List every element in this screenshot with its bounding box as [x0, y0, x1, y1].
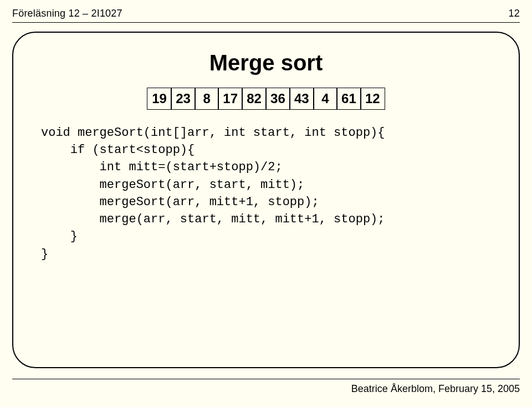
code-line: void mergeSort(int[]arr, int start, int …	[41, 126, 385, 140]
header-page-number: 12	[509, 8, 520, 19]
header-left: Föreläsning 12 – 2I1027	[12, 8, 122, 19]
slide-footer: Beatrice Åkerblom, February 15, 2005	[351, 383, 520, 395]
code-line: }	[41, 247, 48, 261]
header-rule	[12, 22, 520, 23]
code-line: mergeSort(arr, start, mitt);	[41, 178, 304, 192]
slide-frame: Merge sort 19 23 8 17 82 36 43 4 61 12 v…	[12, 32, 520, 368]
array-cell: 8	[195, 88, 219, 110]
code-line: mergeSort(arr, mitt+1, stopp);	[41, 195, 319, 209]
slide-page: Föreläsning 12 – 2I1027 12 Merge sort 19…	[0, 0, 532, 407]
array-cell: 43	[289, 88, 314, 110]
code-line: }	[41, 230, 78, 243]
array-cell: 17	[218, 88, 243, 110]
array-cell: 23	[171, 88, 196, 110]
array-diagram: 19 23 8 17 82 36 43 4 61 12	[41, 88, 491, 110]
footer-rule	[12, 379, 520, 379]
array-cell: 12	[360, 88, 385, 110]
code-line: int mitt=(start+stopp)/2;	[41, 160, 283, 174]
array-cell: 82	[242, 88, 267, 110]
array-cells: 19 23 8 17 82 36 43 4 61 12	[147, 88, 385, 110]
code-block: void mergeSort(int[]arr, int start, int …	[41, 124, 491, 263]
slide-content: Merge sort 19 23 8 17 82 36 43 4 61 12 v…	[13, 33, 519, 274]
slide-header: Föreläsning 12 – 2I1027 12	[12, 8, 520, 19]
array-cell: 36	[265, 88, 290, 110]
array-cell: 19	[147, 88, 172, 110]
array-cell: 61	[336, 88, 361, 110]
code-line: merge(arr, start, mitt, mitt+1, stopp);	[41, 212, 385, 226]
code-line: if (start<stopp){	[41, 143, 195, 157]
slide-title: Merge sort	[41, 50, 491, 75]
array-cell: 4	[313, 88, 337, 110]
